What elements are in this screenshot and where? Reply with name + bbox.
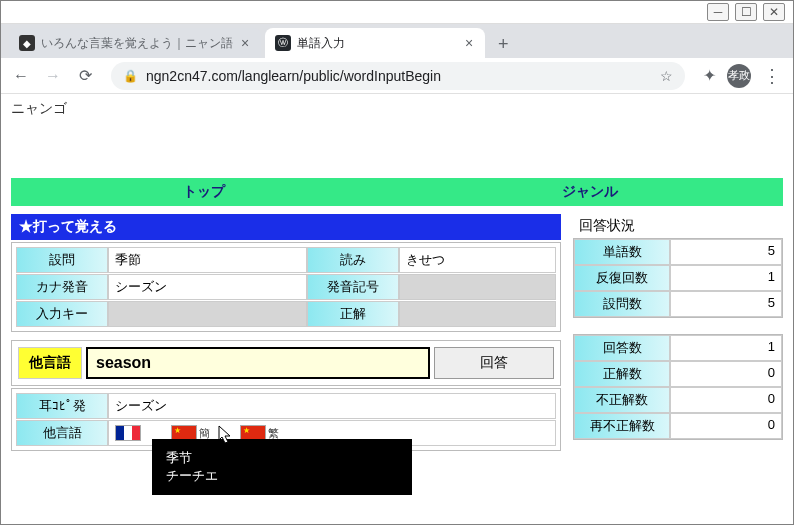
window-minimize-button[interactable]: ─ [707,3,729,21]
section-header: ★打って覚える [11,214,561,240]
tab-close-icon[interactable]: × [239,35,251,51]
profile-avatar[interactable]: 孝政 [727,64,751,88]
other-language-tag: 他言語 [18,347,82,379]
table-row: カナ発音 シーズン 発音記号 [16,274,556,300]
window-maximize-button[interactable]: ☐ [735,3,757,21]
table-row: 回答数 1 [574,335,782,361]
label-question: 設問 [16,247,108,273]
stats-value: 5 [670,239,782,265]
label-inputkey: 入力キー [16,301,108,327]
label-kana: カナ発音 [16,274,108,300]
lock-icon: 🔒 [123,69,138,83]
table-row: 設問 季節 読み きせつ [16,247,556,273]
browser-tab-active[interactable]: ⓦ 単語入力 × [265,28,485,58]
table-row: 入力キー 正解 [16,301,556,327]
stats-label: 不正解数 [574,387,670,413]
topnav-item-genre[interactable]: ジャンル [397,178,783,206]
stats-value: 0 [670,413,782,439]
stats-value: 1 [670,265,782,291]
stats-label: 反復回数 [574,265,670,291]
new-tab-button[interactable]: + [489,30,517,58]
label-phonetic: 発音記号 [307,274,399,300]
table-row: 設問数 5 [574,291,782,317]
label-earcopy: 耳ｺﾋﾟ発 [16,393,108,419]
table-row: 耳ｺﾋﾟ発 シーズン [16,393,556,419]
left-column: ★打って覚える 設問 季節 読み きせつ カナ発音 シーズン 発音記号 [11,214,561,451]
flag-french[interactable] [115,425,141,441]
table-row: 単語数 5 [574,239,782,265]
extensions-icon[interactable]: ✦ [699,66,719,86]
address-bar[interactable]: 🔒 ngn2cn47.com/langlearn/public/wordInpu… [111,62,685,90]
tab-title: いろんな言葉を覚えよう｜ニャン語 [41,35,233,52]
answer-block: 他言語 回答 [11,340,561,386]
label-reading: 読み [307,247,399,273]
stats-value: 0 [670,387,782,413]
forward-button[interactable]: → [41,64,65,88]
kebab-menu-icon[interactable]: ⋮ [759,65,785,87]
label-correct: 正解 [307,301,399,327]
browser-toolbar: ← → ⟳ 🔒 ngn2cn47.com/langlearn/public/wo… [1,58,793,94]
back-button[interactable]: ← [9,64,33,88]
window-close-button[interactable]: ✕ [763,3,785,21]
favicon-icon: ◆ [19,35,35,51]
question-block: 設問 季節 読み きせつ カナ発音 シーズン 発音記号 入力キー 正 [11,242,561,332]
stats-block-2: 回答数 1 正解数 0 不正解数 0 再不正解数 0 [573,334,783,440]
answer-button[interactable]: 回答 [434,347,554,379]
stats-value: 1 [670,335,782,361]
top-nav: トップ ジャンル [11,178,783,206]
extra-block: 耳ｺﾋﾟ発 シーズン 他言語 簡 [11,388,561,451]
answer-input[interactable] [86,347,430,379]
tab-strip: ◆ いろんな言葉を覚えよう｜ニャン語 × ⓦ 単語入力 × + [1,24,793,58]
tab-close-icon[interactable]: × [463,35,475,51]
tooltip-line1: 季节 [166,449,398,467]
table-row: 再不正解数 0 [574,413,782,439]
stats-label: 正解数 [574,361,670,387]
label-otherlang: 他言語 [16,420,108,446]
table-row: 正解数 0 [574,361,782,387]
value-inputkey [108,301,307,327]
right-column: 回答状況 単語数 5 反復回数 1 設問数 5 [573,214,783,451]
value-reading: きせつ [399,247,556,273]
stats-label: 単語数 [574,239,670,265]
browser-tab-inactive[interactable]: ◆ いろんな言葉を覚えよう｜ニャン語 × [9,28,261,58]
window-controls: ─ ☐ ✕ [1,1,793,24]
main-layout: ★打って覚える 設問 季節 読み きせつ カナ発音 シーズン 発音記号 [11,214,783,451]
stats-header: 回答状況 [573,214,783,238]
value-correct [399,301,556,327]
page-title: ニャンゴ [11,100,783,118]
browser-window: ─ ☐ ✕ ◆ いろんな言葉を覚えよう｜ニャン語 × ⓦ 単語入力 × + ← … [0,0,794,525]
tooltip-line2: チーチエ [166,467,398,485]
table-row: 反復回数 1 [574,265,782,291]
value-phonetic [399,274,556,300]
stats-value: 0 [670,361,782,387]
stats-label: 再不正解数 [574,413,670,439]
france-flag-icon [115,425,141,441]
reload-button[interactable]: ⟳ [73,64,97,88]
wordpress-favicon-icon: ⓦ [275,35,291,51]
stats-label: 回答数 [574,335,670,361]
value-kana: シーズン [108,274,307,300]
value-earcopy: シーズン [108,393,556,419]
page-content: ニャンゴ トップ ジャンル ★打って覚える 設問 季節 読み きせつ カナ発音 [1,94,793,524]
stats-block-1: 単語数 5 反復回数 1 設問数 5 [573,238,783,318]
flag-tooltip: 季节 チーチエ [152,439,412,495]
topnav-item-top[interactable]: トップ [11,178,397,206]
value-question: 季節 [108,247,307,273]
tab-title: 単語入力 [297,35,457,52]
url-text: ngn2cn47.com/langlearn/public/wordInputB… [146,68,652,84]
bookmark-star-icon[interactable]: ☆ [660,68,673,84]
stats-value: 5 [670,291,782,317]
table-row: 不正解数 0 [574,387,782,413]
stats-label: 設問数 [574,291,670,317]
